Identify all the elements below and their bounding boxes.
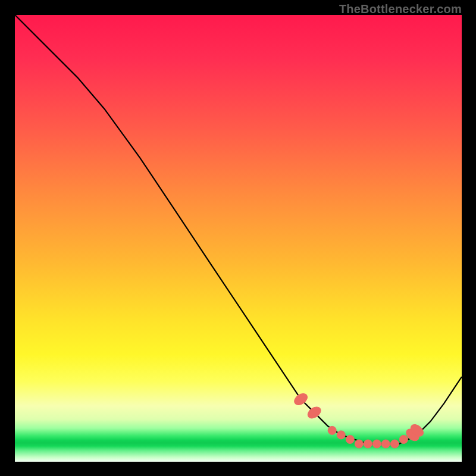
curve-layer [15, 15, 462, 462]
bottleneck-curve [15, 15, 462, 444]
chart-frame: TheBottlenecker.com [0, 0, 476, 476]
curve-marker [364, 440, 372, 448]
curve-marker [372, 440, 381, 448]
curve-marker [399, 436, 408, 444]
curve-marker [355, 440, 363, 448]
curve-marker [346, 436, 354, 444]
curve-marker [381, 440, 390, 448]
curve-marker [328, 426, 336, 434]
attribution-label: TheBottlenecker.com [339, 2, 462, 16]
plot-area [15, 15, 462, 462]
marker-group [292, 391, 425, 448]
curve-marker [337, 431, 345, 439]
curve-marker [390, 440, 399, 448]
